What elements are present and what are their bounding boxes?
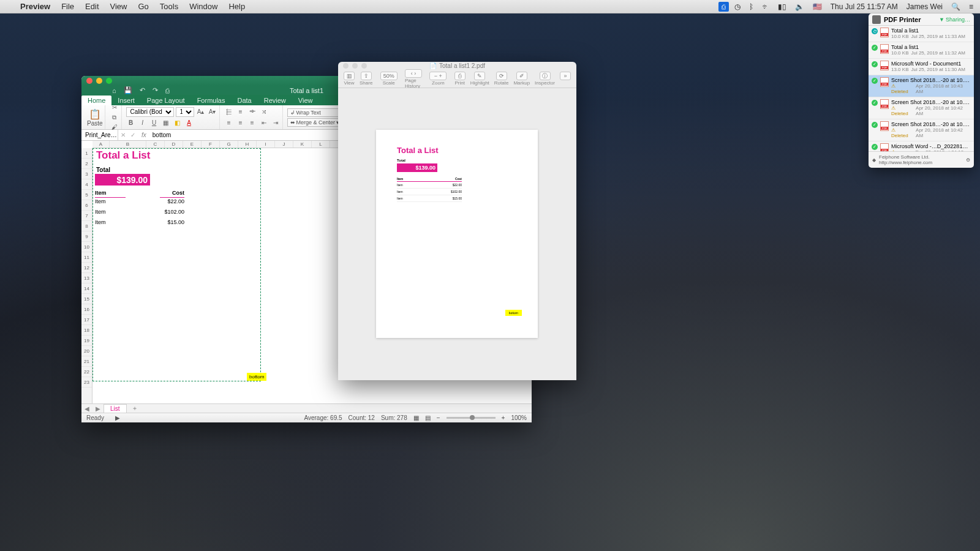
menu-file[interactable]: File (56, 2, 80, 11)
underline-button[interactable]: U (149, 118, 159, 128)
row-header[interactable]: 5 (81, 190, 92, 200)
sheet-nav-first-icon[interactable]: ◀ (81, 405, 92, 412)
close-button[interactable] (343, 63, 349, 69)
job-item[interactable]: ✓Microsoft Word - Document113.0 KBJul 25… (869, 59, 974, 75)
row-header[interactable]: 2 (81, 159, 92, 169)
menu-tools[interactable]: Tools (154, 2, 184, 11)
status-macro-icon[interactable]: ▶ (115, 414, 120, 421)
cell-item-cost[interactable]: $22.00 (160, 198, 184, 209)
tab-page-layout[interactable]: Page Layout (141, 96, 191, 105)
page-history-button[interactable]: ‹ ›Page History (403, 69, 424, 89)
zoom-out-icon[interactable]: − (437, 414, 440, 421)
row-header[interactable]: 15 (81, 294, 92, 304)
sharing-status[interactable]: ▼Sharing… (939, 17, 970, 23)
cell-item-name[interactable]: Item (95, 219, 106, 230)
zoom-buttons[interactable]: − +Zoom (428, 72, 448, 86)
overflow-button[interactable]: » (558, 72, 573, 86)
clock-text[interactable]: Thu Jul 25 11:57 AM (827, 2, 901, 11)
qat-redo-icon[interactable]: ↷ (153, 86, 158, 94)
formula-input[interactable]: bottom (150, 132, 174, 138)
font-color-button[interactable]: A (184, 118, 194, 128)
close-button[interactable] (86, 78, 92, 84)
cell-item-cost[interactable]: $15.00 (160, 219, 184, 230)
row-header[interactable]: 17 (81, 315, 92, 325)
inspector-button[interactable]: ⓘInspector (533, 72, 557, 86)
menu-edit[interactable]: Edit (80, 2, 104, 11)
row-header[interactable]: 3 (81, 169, 92, 179)
col-header[interactable]: E (183, 141, 202, 148)
font-size-select[interactable]: 11 (176, 107, 194, 117)
align-middle-icon[interactable]: ≡ (236, 107, 246, 117)
row-header[interactable]: 10 (81, 242, 92, 252)
row-header[interactable]: 14 (81, 283, 92, 294)
menu-go[interactable]: Go (132, 2, 154, 11)
row-header[interactable]: 7 (81, 211, 92, 221)
job-item[interactable]: ✓Screen Shot 2018…-20 at 10.26.41 AM⚠ De… (869, 97, 974, 119)
wrap-text-button[interactable]: ↲Wrap Text (287, 108, 343, 117)
col-header[interactable]: D (165, 141, 183, 148)
cell-total-value[interactable]: $139.00 (95, 174, 150, 186)
zoom-slider[interactable] (447, 417, 496, 419)
menu-window[interactable]: Window (184, 2, 223, 11)
preview-titlebar[interactable]: 📄Total a list1 2.pdf (338, 62, 576, 70)
qat-save-icon[interactable]: 💾 (124, 86, 132, 94)
font-name-select[interactable]: Calibri (Body) (126, 107, 174, 117)
highlight-button[interactable]: ✎Highlight (469, 72, 491, 86)
name-box[interactable]: Print_Are… (81, 130, 118, 140)
menu-view[interactable]: View (105, 2, 133, 11)
bold-button[interactable]: B (126, 118, 136, 128)
cancel-formula-icon[interactable]: ✕ (118, 132, 128, 138)
menulet-pdfprinter-icon[interactable]: ⎙ (718, 2, 729, 12)
row-header[interactable]: 8 (81, 221, 92, 231)
view-mode-button[interactable]: ▥View (342, 72, 356, 86)
col-header[interactable]: F (202, 141, 220, 148)
orientation-icon[interactable]: ⤭ (259, 107, 269, 117)
increase-font-icon[interactable]: A▴ (196, 107, 206, 117)
minimize-button[interactable] (352, 63, 358, 69)
col-header[interactable]: I (257, 141, 275, 148)
rotate-button[interactable]: ⟳Rotate (492, 72, 511, 86)
row-header[interactable]: 18 (81, 325, 92, 335)
wifi-icon[interactable]: ᯤ (759, 2, 772, 11)
cut-icon[interactable]: ✂ (110, 103, 119, 113)
qat-print-icon[interactable]: ⎙ (165, 87, 170, 94)
row-header[interactable]: 16 (81, 304, 92, 315)
accept-formula-icon[interactable]: ✓ (128, 132, 138, 138)
cell-item-cost[interactable]: $102.00 (160, 209, 184, 219)
align-right-icon[interactable]: ≡ (247, 118, 257, 128)
cell-header-cost[interactable]: Cost (160, 190, 184, 198)
view-page-layout-icon[interactable]: ▤ (425, 414, 431, 421)
fx-icon[interactable]: fx (138, 132, 150, 138)
increase-indent-icon[interactable]: ⇥ (271, 118, 281, 128)
col-header[interactable]: K (293, 141, 312, 148)
col-header[interactable]: J (275, 141, 293, 148)
zoom-value[interactable]: 100% (511, 414, 527, 421)
align-top-icon[interactable]: ⬱ (224, 107, 234, 117)
vendor-url[interactable]: http://www.feiphone.com (879, 160, 932, 165)
markup-button[interactable]: ✐Markup (511, 72, 532, 86)
notification-center-icon[interactable]: ≡ (966, 2, 976, 11)
col-header[interactable]: H (238, 141, 257, 148)
qat-undo-icon[interactable]: ↶ (140, 86, 145, 94)
col-header[interactable]: C (146, 141, 165, 148)
cell-header-item[interactable]: Item (95, 190, 126, 198)
tab-formulas[interactable]: Formulas (191, 96, 232, 105)
row-header[interactable]: 6 (81, 200, 92, 211)
minimize-button[interactable] (96, 78, 102, 84)
cell-item-name[interactable]: Item (95, 198, 106, 209)
merge-center-button[interactable]: ⬌Merge & Center▾ (287, 118, 343, 127)
col-header[interactable]: G (220, 141, 238, 148)
row-header[interactable]: 13 (81, 273, 92, 283)
battery-icon[interactable]: ▮▯ (775, 2, 790, 11)
border-button[interactable]: ▦ (161, 118, 171, 128)
view-normal-icon[interactable]: ▦ (413, 414, 419, 421)
app-menu[interactable]: Preview (15, 2, 56, 11)
share-button[interactable]: ⇪Share (358, 72, 374, 86)
spotlight-icon[interactable]: 🔍 (948, 2, 963, 11)
sheet-nav-prev-icon[interactable]: ▶ (92, 405, 104, 412)
decrease-indent-icon[interactable]: ⇤ (259, 118, 269, 128)
sheet-tab-list[interactable]: List (104, 404, 127, 413)
row-header[interactable]: 12 (81, 263, 92, 273)
job-item[interactable]: ✓Microsoft Word -…D_2022813393.tmp⚠ Dele… (869, 141, 974, 151)
col-header[interactable]: L (312, 141, 330, 148)
